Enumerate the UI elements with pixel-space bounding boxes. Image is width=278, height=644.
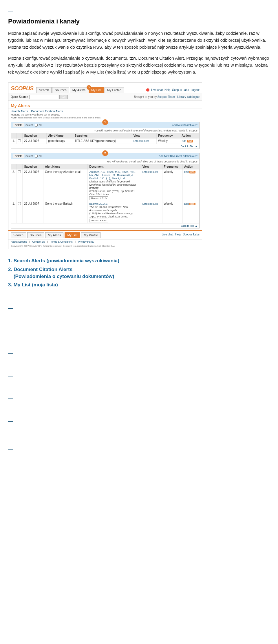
doc-row2-edit-link[interactable]: Edit [184, 202, 189, 205]
sc-top-right: 🔴 Live chat Help Scopus Labs Logout [146, 88, 200, 93]
footer-mylist-btn[interactable]: My List [65, 232, 80, 238]
doc-row1-checkbox[interactable] [18, 170, 21, 173]
doc-citation-delete-btn[interactable]: Delete [13, 154, 24, 158]
body-para2: Można skonfigurować powiadamianie o cyto… [8, 55, 270, 76]
back-to-top-1[interactable]: Back to Top ▲ [181, 145, 197, 148]
doc-citation-alerts-link[interactable]: Document Citation Alerts [31, 110, 63, 113]
summary-item-3: 3. My List (moja lista) [8, 281, 270, 288]
col-savedon: Saved on [23, 133, 47, 138]
search-alerts-back-top: Back to Top ▲ [11, 144, 199, 149]
summary-item-2: 2. Document Citation Alerts (Powiadomien… [8, 266, 270, 280]
sc-searchbar: Quick Search Go Brought to you by Scopus… [8, 93, 202, 101]
scopus-logo: SCOPUS [11, 85, 33, 93]
doc-row2-latest-results[interactable]: Latest results [142, 202, 158, 205]
scopus-screenshot: SCOPUS Search Sources My Alerts 3 My Lis… [8, 83, 202, 249]
search-alerts-link[interactable]: Search Alerts [11, 110, 28, 113]
nav-sources-btn[interactable]: Sources [52, 87, 69, 93]
about-scopus-link[interactable]: About Scopus [11, 240, 27, 243]
footer-sources-btn[interactable]: Sources [27, 232, 44, 238]
sc-library: Brought to you by Scopus Team | Library … [134, 95, 200, 98]
page-container: — Powiadomienia i kanały Można zapisać s… [0, 0, 278, 467]
back-to-top-2[interactable]: Back to Top ▲ [181, 224, 197, 227]
row1-rss-icon: RSS [187, 140, 193, 142]
doc-alert-row-1: 2. 27 Jul 2007 Gene therapy Alizadeh et … [11, 169, 199, 201]
col-alertname: Alert Name [47, 133, 73, 138]
footer-help-link[interactable]: Help [175, 233, 181, 236]
dash-2: — [8, 306, 270, 311]
logout-link[interactable]: Logout [191, 88, 200, 92]
col-checkbox [17, 133, 23, 138]
help-link[interactable]: Help [164, 88, 171, 92]
add-new-search-alert-link[interactable]: Add New Search Alert [172, 124, 197, 127]
privacy-link[interactable]: Privacy Policy [78, 240, 94, 243]
doc-row2-author-link[interactable]: Baldwin Jr., A.S. [89, 202, 108, 205]
search-alerts-section: 1 Delete Select: All Add New Search Aler… [11, 122, 200, 149]
nav-myalerts-btn[interactable]: My Alerts [70, 87, 88, 93]
col-action: Action [180, 133, 199, 138]
doc-citation-section: 2 Delete Select: All Add New Document Ci… [11, 153, 200, 228]
search-alerts-select-all[interactable] [35, 124, 38, 127]
quick-search-label: Quick Search [11, 95, 28, 98]
doc-citation-select-all[interactable] [35, 155, 38, 158]
doc-row2-abstract-refs: Abstract + Refs [89, 219, 108, 222]
footer-myprofile-btn[interactable]: My Profile [81, 232, 100, 238]
quick-search-input[interactable] [29, 95, 58, 99]
footer-myalerts-btn[interactable]: My Alerts [45, 232, 63, 238]
badge-3: 3 [87, 85, 91, 90]
col-num [11, 133, 17, 138]
row1-latest-results[interactable]: Latest results [133, 140, 149, 142]
search-alerts-note: You will receive an e-mail each time one… [11, 128, 199, 133]
doc-row2-checkbox[interactable] [18, 202, 21, 205]
scopus-team-link[interactable]: Scopus Team [158, 95, 175, 98]
badge-2: 2 [102, 150, 108, 156]
search-alerts-table: Saved on Alert Name Searches View Freque… [11, 133, 199, 144]
dash-8: — [8, 447, 270, 452]
terms-link[interactable]: Terms & Conditions [50, 240, 73, 243]
doc-row1-author-link[interactable]: Alizadeh, A.A., Eisen, M.B., Davis, R.E.… [89, 171, 136, 180]
nav-mylist-btn[interactable]: 3 My List [89, 87, 104, 93]
go-button[interactable]: Go [59, 95, 68, 99]
sc-footer-nav-links: Search Sources My Alerts My List My Prof… [11, 232, 101, 238]
search-alerts-delete-btn[interactable]: Delete [13, 123, 24, 127]
doc-citation-note: You will receive an e-mail each time one… [11, 159, 199, 164]
search-alert-row-1: 1. 27 Jul 2007 gene therapy TITLE-ABS-KE… [11, 138, 199, 144]
body-para1: Można zapisać swoje wyszukiwanie lub sko… [8, 30, 270, 51]
quick-search: Quick Search Go [11, 95, 68, 99]
doc-row1-latest-results[interactable]: Latest results [142, 171, 158, 173]
alerts-links: Search Alerts Document Citation Alerts [8, 109, 202, 113]
sc-copyright: Copyright © 2007 Elsevier B.V. All right… [8, 244, 202, 249]
add-new-doc-citation-link[interactable]: Add New Document Citation Alert [159, 155, 197, 158]
summary-item-1: 1. Search Alerts (powiadomienia wyszukiw… [8, 257, 270, 264]
nav-myprofile-btn[interactable]: My Profile [105, 87, 124, 93]
footer-search-btn[interactable]: Search [11, 232, 26, 238]
badge-1: 1 [102, 119, 108, 125]
doc-row1-rss-icon: RSS [189, 171, 195, 173]
library-catalogue-link[interactable]: Library catalogue [177, 95, 200, 98]
doc-citation-back-top: Back to Top ▲ [11, 224, 199, 228]
doc-row1-edit-link[interactable]: Edit [184, 171, 189, 173]
dash-7: — [8, 419, 270, 424]
dash-5: — [8, 374, 270, 379]
doc-row2-rss-icon: RSS [189, 203, 195, 205]
col-frequency: Frequency [157, 133, 180, 138]
dash-6: — [8, 396, 270, 401]
row1-edit-link[interactable]: Edit [182, 140, 186, 142]
doc-citation-table: Saved on Alert Name Document View Freque… [11, 164, 199, 224]
sc-footer-nav: Search Sources My Alerts My List My Prof… [8, 230, 202, 239]
sc-footer-links: About Scopus | Contact us | Terms & Cond… [8, 239, 202, 244]
doc-alert-row-2: 1. 27 Jul 2007 Gene therapy Baldwin Bald… [11, 201, 199, 224]
top-dash: — [8, 9, 270, 15]
scopuslabs-link[interactable]: Scopus Labs [172, 88, 189, 92]
col-view: View [132, 133, 156, 138]
contact-us-link[interactable]: Contact us [32, 240, 45, 243]
footer-scopuslabs-link[interactable]: Scopus Labs [183, 233, 200, 236]
summary-list: 1. Search Alerts (powiadomienia wyszukiw… [8, 257, 270, 288]
doc-row1-abstract-refs: Abstract + Refs [89, 196, 108, 200]
my-alerts-title: My Alerts [8, 101, 202, 109]
sc-header: SCOPUS Search Sources My Alerts 3 My Lis… [8, 83, 202, 93]
footer-livechat-link[interactable]: Live chat [162, 233, 173, 236]
nav-search-btn[interactable]: Search [36, 87, 52, 93]
row1-checkbox[interactable] [18, 139, 21, 142]
livechat-link[interactable]: Live chat [151, 88, 163, 92]
page-title: Powiadomienia i kanały [8, 18, 270, 25]
